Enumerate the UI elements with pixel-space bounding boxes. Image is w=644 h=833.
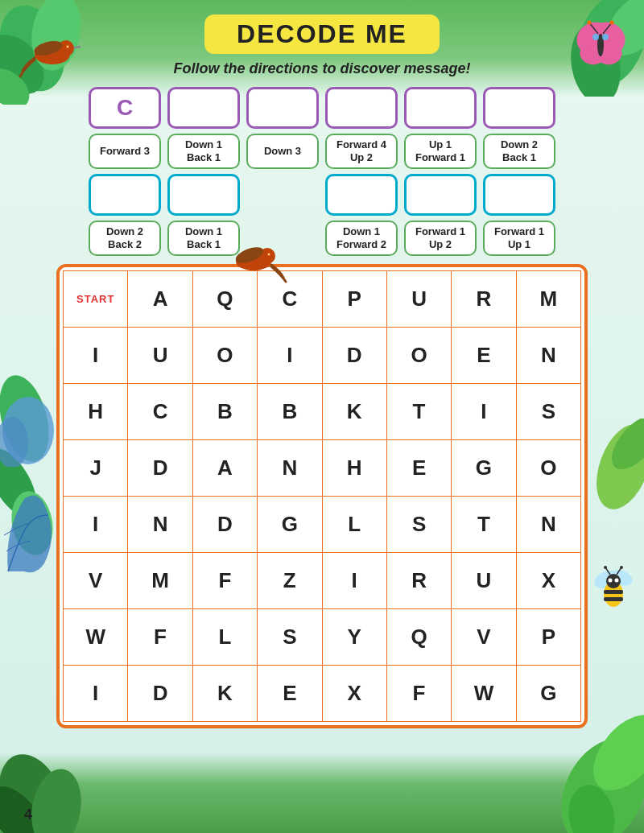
grid-cell: Y <box>322 609 386 666</box>
svg-point-33 <box>588 21 592 25</box>
clue-row-2: Down 2 Back 2 Down 1 Back 1 Down 1 Forwa… <box>89 221 555 256</box>
grid-cell: P <box>322 271 386 328</box>
grid-cell: S <box>386 497 451 553</box>
grid-cell: V <box>452 609 516 666</box>
answer-box-6[interactable] <box>483 87 555 129</box>
answer-box-5[interactable] <box>404 87 477 129</box>
clue-1-4: Forward 4 Up 2 <box>325 134 398 169</box>
answer-box-7[interactable] <box>89 174 161 216</box>
grid-cell: I <box>64 328 128 384</box>
grid-cell: C <box>128 384 192 440</box>
grid-cell: N <box>516 328 580 384</box>
letter-grid: STARTAQCPURMIUOIDOENHCBBKTISJDANHEGOINDG… <box>56 264 588 728</box>
grid-cell: S <box>516 384 580 440</box>
grid-cell: G <box>258 497 322 553</box>
grid-cell: D <box>128 666 192 722</box>
grid-cell: E <box>386 440 451 497</box>
grid-cell: E <box>452 328 516 384</box>
grid-cell: N <box>516 497 580 553</box>
title-box: DECODE ME <box>204 14 440 54</box>
clue-1-5: Up 1 Forward 1 <box>404 134 477 169</box>
answer-box-10[interactable] <box>404 174 477 216</box>
clue-1-2: Down 1 Back 1 <box>167 134 240 169</box>
grid-cell: D <box>128 440 192 497</box>
grid-cell: B <box>258 384 322 440</box>
clue-2-6: Forward 1 Up 1 <box>483 221 555 256</box>
grid-cell: M <box>128 553 192 609</box>
svg-point-48 <box>615 579 619 583</box>
grid-cell: F <box>128 609 192 666</box>
svg-point-36 <box>602 34 609 40</box>
grid-cell: T <box>386 384 451 440</box>
answer-box-9[interactable] <box>325 174 398 216</box>
clue-1-6: Down 2 Back 1 <box>483 134 555 169</box>
grid-cell: I <box>258 328 322 384</box>
page-number: 4 <box>24 806 32 823</box>
grid-cell: U <box>452 553 516 609</box>
svg-rect-41 <box>604 597 623 601</box>
grid-cell: B <box>192 384 257 440</box>
grid-cell: X <box>516 553 580 609</box>
svg-point-35 <box>592 34 599 40</box>
grid-cell: D <box>322 328 386 384</box>
subtitle: Follow the directions to discover messag… <box>173 60 470 77</box>
grid-cell: H <box>64 384 128 440</box>
grid-cell: F <box>386 666 451 722</box>
svg-point-47 <box>609 579 613 583</box>
svg-point-45 <box>604 566 607 569</box>
grid-cell: D <box>192 497 257 553</box>
grid-cell: W <box>64 609 128 666</box>
grid-cell: W <box>452 666 516 722</box>
svg-rect-40 <box>604 590 623 594</box>
clue-1-3: Down 3 <box>246 134 319 169</box>
grid-cell: U <box>386 271 451 328</box>
grid-cell: X <box>322 666 386 722</box>
grid-cell: U <box>128 328 192 384</box>
grid-cell: L <box>192 609 257 666</box>
grid-cell: G <box>452 440 516 497</box>
answer-box-2[interactable] <box>167 87 240 129</box>
grid-cell: N <box>128 497 192 553</box>
answer-box-1[interactable]: C <box>89 87 161 129</box>
grid-cell: K <box>322 384 386 440</box>
grid-cell: A <box>192 440 257 497</box>
grid-cell: T <box>452 497 516 553</box>
grid-cell: I <box>322 553 386 609</box>
answer-box-11[interactable] <box>483 174 555 216</box>
page-title: DECODE ME <box>237 19 407 48</box>
grid-cell: L <box>322 497 386 553</box>
clue-2-1: Down 2 Back 2 <box>89 221 161 256</box>
svg-point-46 <box>620 566 623 569</box>
answer-row-2 <box>24 174 620 216</box>
grid-cell: H <box>322 440 386 497</box>
svg-point-54 <box>268 254 270 255</box>
grid-cell: J <box>64 440 128 497</box>
grid-cell: E <box>258 666 322 722</box>
grid-cell: O <box>192 328 257 384</box>
clue-2-4: Down 1 Forward 2 <box>325 221 398 256</box>
grid-cell: R <box>452 271 516 328</box>
grid-cell: V <box>64 553 128 609</box>
grid-cell: N <box>258 440 322 497</box>
svg-point-25 <box>67 46 68 47</box>
grid-cell: K <box>192 666 257 722</box>
grid-cell: START <box>64 271 128 328</box>
grid-cell: R <box>386 553 451 609</box>
grid-cell: S <box>258 609 322 666</box>
grid-cell: O <box>516 440 580 497</box>
grid-cell: F <box>192 553 257 609</box>
grid-cell: M <box>516 271 580 328</box>
grid-cell: I <box>452 384 516 440</box>
grid-cell: G <box>516 666 580 722</box>
clue-row-1: Forward 3 Down 1 Back 1 Down 3 Forward 4… <box>89 134 555 169</box>
answer-box-4[interactable] <box>325 87 398 129</box>
answer-box-8[interactable] <box>167 174 240 216</box>
svg-point-34 <box>610 21 614 25</box>
grid-cell: I <box>64 666 128 722</box>
grid-cell: P <box>516 609 580 666</box>
grid-cell: A <box>128 271 192 328</box>
answer-box-3[interactable] <box>246 87 319 129</box>
svg-point-42 <box>606 574 621 588</box>
grid-cell: Z <box>258 553 322 609</box>
grid-cell: O <box>386 328 451 384</box>
